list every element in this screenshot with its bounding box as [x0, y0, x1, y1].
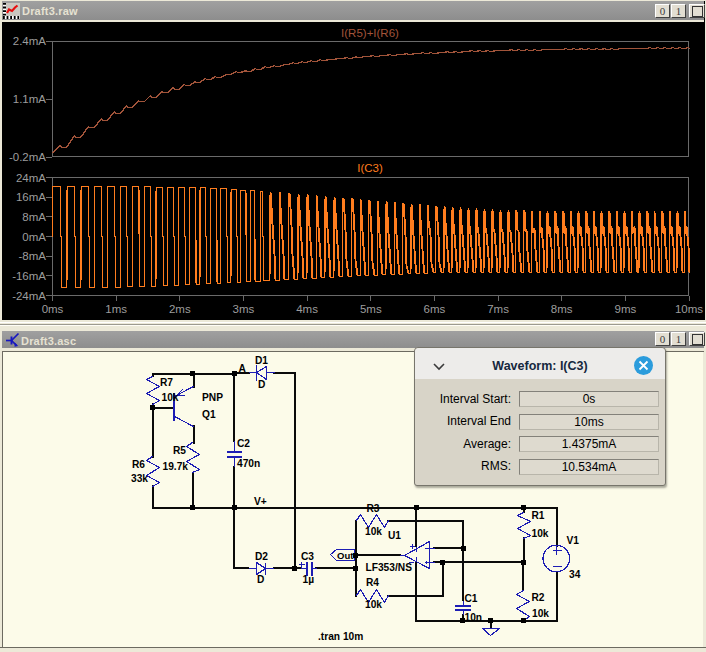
- svg-text:C2: C2: [237, 438, 250, 449]
- svg-text:19.7k: 19.7k: [163, 461, 189, 472]
- svg-text:LF353/NS: LF353/NS: [366, 562, 413, 573]
- svg-text:U1: U1: [388, 530, 401, 541]
- svg-text:R6: R6: [132, 459, 145, 470]
- svg-text:10n: 10n: [465, 612, 483, 623]
- svg-text:4ms: 4ms: [296, 303, 318, 315]
- svg-text:0mA: 0mA: [22, 231, 46, 243]
- svg-text:V+: V+: [254, 496, 267, 507]
- svg-text:I(C3): I(C3): [357, 162, 383, 174]
- svg-text:470n: 470n: [237, 458, 260, 469]
- svg-text:C3: C3: [301, 551, 314, 562]
- svg-text:R2: R2: [532, 592, 545, 603]
- svg-text:1µ: 1µ: [303, 574, 315, 585]
- svg-text:D1: D1: [255, 355, 268, 366]
- svg-text:D: D: [258, 379, 265, 390]
- svg-text:10ms: 10ms: [675, 303, 703, 315]
- svg-text:10k: 10k: [365, 526, 382, 537]
- svg-text:R5: R5: [173, 445, 186, 456]
- svg-text:C1: C1: [465, 593, 478, 604]
- svg-text:-16mA: -16mA: [12, 270, 46, 282]
- svg-text:R1: R1: [532, 510, 545, 521]
- svg-text:Out: Out: [337, 550, 354, 561]
- svg-text:10k: 10k: [162, 392, 179, 403]
- svg-text:33k: 33k: [131, 473, 148, 484]
- svg-text:0ms: 0ms: [42, 303, 64, 315]
- svg-text:PNP: PNP: [202, 392, 223, 403]
- svg-text:R7: R7: [160, 377, 173, 388]
- svg-text:1.1mA: 1.1mA: [13, 93, 47, 105]
- svg-text:2ms: 2ms: [169, 303, 191, 315]
- svg-text:I(R5)+I(R6): I(R5)+I(R6): [341, 27, 399, 39]
- svg-text:A: A: [239, 363, 247, 374]
- svg-text:8mA: 8mA: [22, 211, 46, 223]
- svg-text:10k: 10k: [365, 599, 382, 610]
- svg-text:V1: V1: [567, 535, 580, 546]
- svg-text:-0.2mA: -0.2mA: [9, 151, 46, 163]
- svg-text:34: 34: [569, 569, 581, 580]
- svg-text:6ms: 6ms: [424, 303, 446, 315]
- svg-text:R4: R4: [366, 577, 379, 588]
- svg-text:5ms: 5ms: [360, 303, 382, 315]
- svg-text:9ms: 9ms: [615, 303, 637, 315]
- svg-text:16mA: 16mA: [16, 191, 46, 203]
- svg-text:7ms: 7ms: [487, 303, 509, 315]
- svg-text:8ms: 8ms: [551, 303, 573, 315]
- svg-text:Q1: Q1: [202, 409, 216, 420]
- svg-text:D: D: [257, 574, 264, 585]
- svg-text:10k: 10k: [532, 608, 549, 619]
- svg-text:1ms: 1ms: [105, 303, 127, 315]
- svg-text:2.4mA: 2.4mA: [13, 35, 47, 47]
- svg-text:R3: R3: [367, 503, 380, 514]
- svg-text:D2: D2: [255, 551, 268, 562]
- svg-text:-8mA: -8mA: [19, 250, 47, 262]
- svg-text:10k: 10k: [532, 528, 549, 539]
- svg-text:24mA: 24mA: [16, 172, 46, 184]
- svg-text:3ms: 3ms: [233, 303, 255, 315]
- svg-text:.tran 10m: .tran 10m: [318, 631, 363, 642]
- svg-text:-24mA: -24mA: [12, 290, 46, 302]
